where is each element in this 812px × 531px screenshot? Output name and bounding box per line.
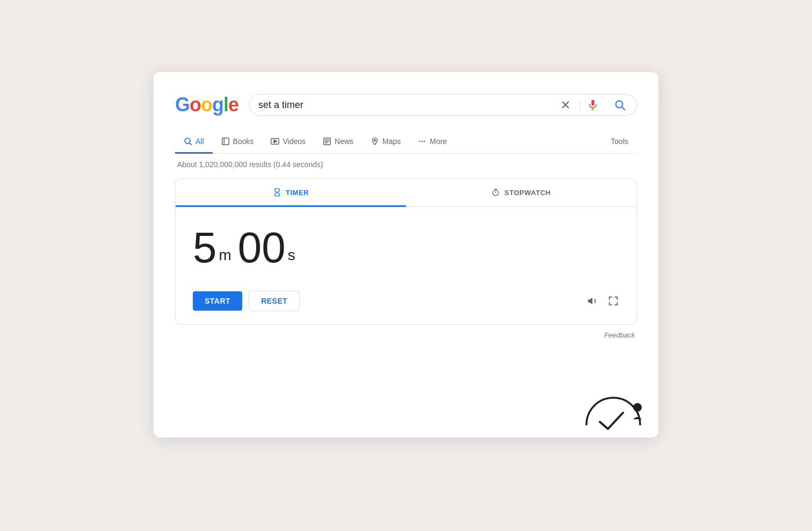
logo-letter-g: G [175,94,190,116]
svg-marker-12 [274,140,277,142]
timer-display: 5 m 00 s [193,226,619,269]
map-pin-icon [371,137,379,146]
svg-marker-24 [588,298,592,305]
google-logo: Google [175,94,238,116]
svg-rect-2 [591,100,595,106]
sound-button[interactable] [587,295,599,307]
newspaper-icon [323,137,331,146]
feedback-link[interactable]: Feedback [604,331,635,339]
clear-button[interactable] [557,99,574,111]
timer-tabs: TIMER STOPWATCH [176,179,636,207]
timer-tab-stopwatch[interactable]: STOPWATCH [406,180,636,207]
hourglass-icon [273,188,281,197]
svg-point-25 [633,403,642,412]
logo-letter-o2: o [201,94,212,116]
svg-line-6 [622,107,625,110]
timer-tab-timer[interactable]: TIMER [176,180,406,207]
svg-point-18 [419,141,421,142]
timer-right-icons [587,295,619,307]
reset-button[interactable]: RESET [249,291,300,311]
speedometer-widget [581,392,646,432]
svg-point-19 [422,141,423,142]
svg-point-17 [374,140,376,141]
tab-all[interactable]: All [175,132,213,154]
tools-button[interactable]: Tools [602,132,637,154]
book-icon [221,137,230,146]
tab-all-label: All [195,137,204,146]
fullscreen-icon [607,295,619,307]
play-icon [271,137,279,146]
svg-line-8 [190,143,191,145]
tab-more-label: More [430,137,447,146]
svg-rect-9 [222,138,228,145]
logo-letter-l: l [223,94,228,116]
header: Google set a timer [175,94,637,116]
tab-videos-label: Videos [282,137,306,146]
timer-body: 5 m 00 s START RESET [176,207,636,324]
timer-tab-label: TIMER [286,189,309,197]
logo-letter-g2: g [212,94,223,116]
start-button[interactable]: START [193,291,242,311]
speedometer-icon [581,392,646,430]
svg-point-20 [424,141,425,142]
feedback-row: Feedback [175,331,637,339]
timer-seconds: 00 [238,226,286,269]
sound-icon [587,295,599,307]
search-button[interactable] [607,99,628,111]
close-icon [560,99,571,111]
fullscreen-button[interactable] [607,295,619,307]
tools-label: Tools [611,137,628,146]
tab-books[interactable]: Books [213,132,263,154]
more-dots-icon [418,137,426,146]
tab-videos[interactable]: Videos [262,132,314,154]
tab-news-label: News [335,137,353,146]
timer-minutes: 5 [193,226,217,269]
timer-seconds-unit: s [288,247,295,264]
logo-letter-o1: o [190,94,201,116]
timer-minutes-unit: m [219,247,231,264]
tab-more[interactable]: More [409,132,455,154]
tab-maps[interactable]: Maps [362,132,409,154]
search-tab-icon [184,137,192,146]
timer-card: TIMER STOPWATCH 5 m 00 s START RESET [175,178,637,325]
search-input[interactable]: set a timer [258,99,553,111]
mic-icon [587,99,599,111]
browser-window: Google set a timer [154,72,658,437]
results-count: About 1,020,000,000 results (0.44 second… [175,160,637,169]
search-bar: set a timer [249,94,637,116]
search-icon [614,99,626,111]
timer-controls: START RESET [193,291,619,311]
tab-maps-label: Maps [382,137,401,146]
voice-search-button[interactable] [580,99,601,111]
tab-books-label: Books [233,137,254,146]
stopwatch-tab-label: STOPWATCH [504,189,550,197]
logo-letter-e: e [228,94,238,116]
stopwatch-icon [491,188,500,197]
tab-news[interactable]: News [314,132,362,154]
nav-tabs: All Books Videos [175,131,637,154]
